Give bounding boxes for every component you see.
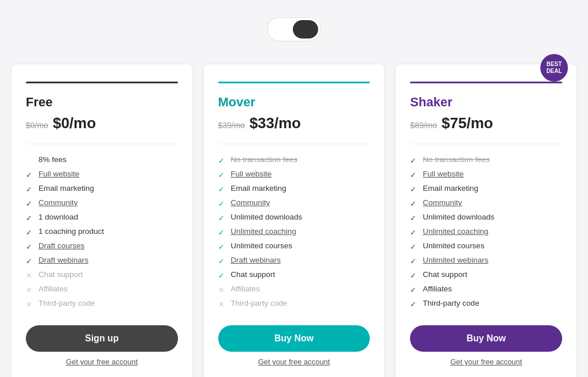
feature-item: ✓ 8% fees xyxy=(26,153,178,167)
feature-text: Full website xyxy=(38,170,79,178)
current-price: $33/mo xyxy=(249,114,301,132)
plan-price: $89/mo $75/mo xyxy=(410,114,562,132)
check-icon: ✓ xyxy=(218,228,226,237)
feature-text: Unlimited webinars xyxy=(423,256,488,264)
check-icon: ✓ xyxy=(26,214,34,222)
check-icon: ✓ xyxy=(26,257,34,266)
check-icon: ✓ xyxy=(410,171,418,179)
account-link[interactable]: Get your free account xyxy=(26,357,178,366)
feature-item: ✓ Draft courses xyxy=(26,239,178,253)
feature-item: ✓ Full website xyxy=(410,167,562,182)
check-icon: ✓ xyxy=(218,185,226,194)
feature-item: ✓ Unlimited downloads xyxy=(218,210,370,225)
current-price: $75/mo xyxy=(442,114,493,132)
feature-item: ✕ Affiliates xyxy=(218,282,370,297)
check-icon: ✓ xyxy=(410,286,418,294)
plan-name: Free xyxy=(26,95,178,110)
cross-icon: ✕ xyxy=(26,300,34,309)
check-icon: ✓ xyxy=(26,185,34,194)
feature-text: Affiliates xyxy=(38,284,68,293)
feature-text: Affiliates xyxy=(231,284,260,293)
plan-cta-button[interactable]: Buy Now xyxy=(410,325,562,352)
original-price: $39/mo xyxy=(218,121,245,130)
feature-item: ✓ Third-party code xyxy=(410,297,562,311)
feature-item: ✓ Draft webinars xyxy=(218,253,370,268)
feature-item: ✓ Chat support xyxy=(410,268,562,282)
feature-item: ✓ Chat support xyxy=(218,268,370,282)
feature-text: Affiliates xyxy=(423,284,452,293)
best-deal-badge: BESTDEAL xyxy=(540,54,568,82)
check-icon: ✓ xyxy=(218,156,226,165)
feature-item: ✓ Unlimited webinars xyxy=(410,253,562,268)
feature-item: ✓ 1 download xyxy=(26,210,178,225)
plan-price: $0/mo $0/mo xyxy=(26,114,178,132)
check-icon: ✓ xyxy=(410,271,418,280)
feature-text: Chat support xyxy=(423,270,467,279)
check-icon: ✓ xyxy=(410,243,418,251)
cross-icon: ✕ xyxy=(26,286,34,294)
feature-item: ✓ Draft webinars xyxy=(26,253,178,268)
feature-text: Third-party code xyxy=(423,299,479,307)
feature-text: Unlimited coaching xyxy=(423,227,488,236)
check-icon: ✓ xyxy=(410,214,418,222)
plan-price: $39/mo $33/mo xyxy=(218,114,370,132)
check-icon: ✓ xyxy=(410,185,418,194)
feature-text: Third-party code xyxy=(231,299,287,307)
check-icon: ✓ xyxy=(410,300,418,309)
plan-card-mover: Mover $39/mo $33/mo ✓ No transaction fee… xyxy=(204,64,385,377)
plan-card-shaker: BESTDEALShaker $89/mo $75/mo ✓ No transa… xyxy=(396,64,577,377)
feature-text: Full website xyxy=(423,170,463,178)
account-link[interactable]: Get your free account xyxy=(410,357,562,366)
plans-container: Free $0/mo $0/mo ✓ 8% fees ✓ Full websit… xyxy=(11,64,577,377)
check-icon: ✓ xyxy=(218,171,226,179)
yearly-btn[interactable] xyxy=(293,20,318,39)
account-link[interactable]: Get your free account xyxy=(218,357,370,366)
feature-item: ✓ Full website xyxy=(218,167,370,182)
feature-item: ✓ Unlimited coaching xyxy=(218,225,370,239)
plan-accent-line xyxy=(410,82,562,83)
plan-name: Mover xyxy=(218,95,370,110)
plan-card-free: Free $0/mo $0/mo ✓ 8% fees ✓ Full websit… xyxy=(11,64,192,377)
feature-text: Third-party code xyxy=(38,299,95,307)
check-icon: ✓ xyxy=(26,199,34,208)
price-divider xyxy=(26,144,178,144)
feature-item: ✕ Affiliates xyxy=(26,282,178,297)
feature-text: Draft webinars xyxy=(38,256,88,264)
feature-text: 1 download xyxy=(38,213,78,221)
feature-text: Community xyxy=(423,198,462,207)
feature-item: ✓ Email marketing xyxy=(410,182,562,196)
feature-item: ✓ Unlimited courses xyxy=(218,239,370,253)
feature-text: No transaction fees xyxy=(423,155,489,164)
cross-icon: ✕ xyxy=(218,300,226,309)
feature-item: ✕ Third-party code xyxy=(218,297,370,311)
feature-text: Draft courses xyxy=(38,241,84,250)
price-divider xyxy=(218,144,370,144)
feature-item: ✕ Third-party code xyxy=(26,297,178,311)
plan-name: Shaker xyxy=(410,95,562,110)
feature-text: Email marketing xyxy=(38,184,94,193)
plan-cta-button[interactable]: Sign up xyxy=(26,325,178,352)
feature-text: Draft webinars xyxy=(231,256,281,264)
feature-text: Full website xyxy=(231,170,272,178)
plan-accent-line xyxy=(218,82,370,83)
feature-item: ✓ No transaction fees xyxy=(410,153,562,167)
feature-text: Unlimited downloads xyxy=(423,213,494,221)
feature-item: ✓ Affiliates xyxy=(410,282,562,297)
feature-list: ✓ No transaction fees ✓ Full website ✓ E… xyxy=(218,153,370,311)
cross-icon: ✕ xyxy=(26,271,34,280)
feature-text: Unlimited coaching xyxy=(231,227,296,236)
plan-cta-button[interactable]: Buy Now xyxy=(218,325,370,352)
check-icon: ✓ xyxy=(218,243,226,251)
plan-accent-line xyxy=(26,82,178,83)
check-icon: ✓ xyxy=(26,171,34,179)
feature-text: Unlimited downloads xyxy=(231,213,303,221)
feature-item: ✓ Unlimited courses xyxy=(410,239,562,253)
feature-item: ✓ No transaction fees xyxy=(218,153,370,167)
monthly-btn[interactable] xyxy=(270,25,293,34)
feature-text: Chat support xyxy=(231,270,275,279)
check-icon: ✓ xyxy=(410,228,418,237)
check-icon: ✓ xyxy=(410,156,418,165)
feature-item: ✓ Community xyxy=(410,196,562,210)
original-price: $89/mo xyxy=(410,121,437,130)
feature-text: 1 coaching product xyxy=(38,227,104,236)
